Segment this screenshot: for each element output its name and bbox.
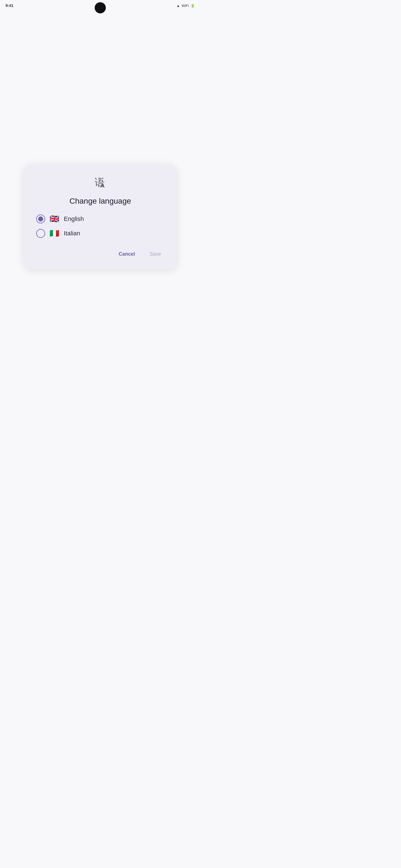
- radio-english[interactable]: [36, 215, 45, 223]
- language-option-italian[interactable]: 🇮🇹 Italian: [36, 229, 164, 238]
- save-button[interactable]: Save: [146, 249, 164, 259]
- radio-italian[interactable]: [36, 229, 45, 238]
- label-english: English: [64, 215, 84, 223]
- change-language-dialog: 语 A Change language 🇬🇧 English 🇮🇹 Itali: [24, 165, 176, 269]
- flag-italian: 🇮🇹: [50, 229, 59, 237]
- dialog-actions: Cancel Save: [36, 249, 164, 259]
- radio-english-inner: [38, 216, 43, 221]
- dialog-title: Change language: [69, 197, 131, 206]
- language-options: 🇬🇧 English 🇮🇹 Italian: [36, 215, 164, 238]
- svg-text:A: A: [100, 182, 105, 189]
- flag-english: 🇬🇧: [50, 215, 59, 223]
- dialog-overlay: 语 A Change language 🇬🇧 English 🇮🇹 Itali: [0, 0, 200, 434]
- translate-icon: 语 A: [93, 176, 107, 192]
- language-option-english[interactable]: 🇬🇧 English: [36, 215, 164, 223]
- label-italian: Italian: [64, 230, 80, 237]
- cancel-button[interactable]: Cancel: [115, 249, 138, 259]
